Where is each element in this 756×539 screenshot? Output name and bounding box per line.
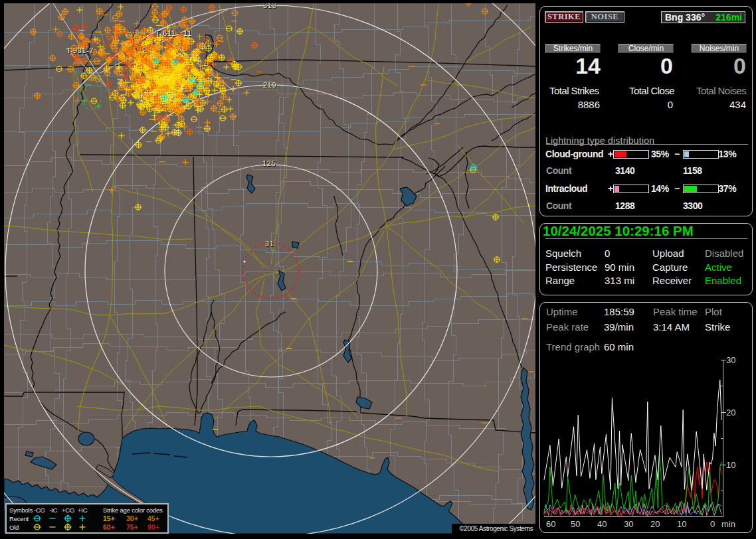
- svg-text:60+: 60+: [103, 523, 115, 531]
- svg-text:313: 313: [263, 3, 276, 9]
- svg-text:I-931-7: I-931-7: [68, 46, 94, 54]
- svg-text:15+: 15+: [103, 514, 115, 522]
- svg-text:Recent: Recent: [9, 515, 29, 522]
- svg-text:60: 60: [546, 519, 555, 529]
- svg-text:75+: 75+: [126, 523, 138, 531]
- svg-text:219: 219: [263, 81, 276, 89]
- svg-text:Symbols: Symbols: [9, 506, 33, 514]
- svg-text:Old: Old: [9, 524, 19, 531]
- svg-text:20: 20: [726, 408, 735, 418]
- svg-text:90+: 90+: [147, 523, 159, 531]
- svg-text:30: 30: [624, 519, 633, 529]
- svg-text:11: 11: [183, 29, 192, 37]
- svg-text:T-611: T-611: [155, 29, 175, 37]
- svg-text:-CG: -CG: [34, 506, 45, 514]
- svg-text:+: +: [177, 29, 182, 37]
- svg-text:+CG: +CG: [62, 506, 74, 514]
- svg-text:45+: 45+: [147, 514, 159, 522]
- svg-text:30+: 30+: [126, 514, 138, 522]
- svg-text:125: 125: [262, 159, 276, 167]
- svg-text:Strike age color codes: Strike age color codes: [103, 506, 163, 514]
- svg-text:40: 40: [597, 519, 607, 529]
- svg-text:30: 30: [726, 355, 735, 365]
- svg-text:50: 50: [571, 519, 580, 529]
- svg-text:+IC: +IC: [78, 506, 88, 514]
- svg-text:31: 31: [265, 240, 274, 248]
- svg-text:20: 20: [650, 519, 660, 529]
- svg-text:-IC: -IC: [49, 506, 57, 514]
- svg-text:0: 0: [710, 519, 715, 529]
- svg-text:min: min: [721, 519, 735, 529]
- svg-text:10: 10: [726, 460, 735, 470]
- svg-text:10: 10: [677, 519, 686, 529]
